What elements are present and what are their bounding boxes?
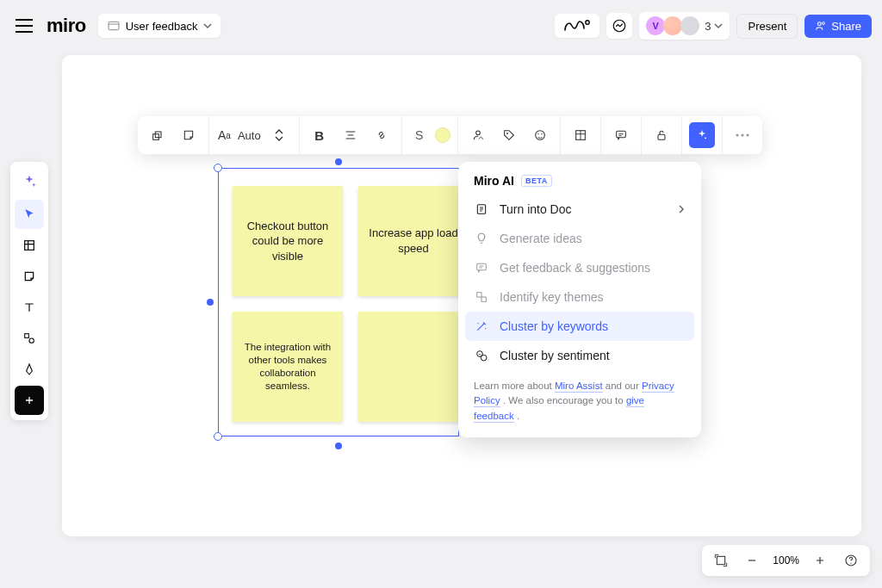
selection-handle[interactable] [335,443,342,449]
svg-rect-25 [481,297,486,301]
pen-icon [22,362,36,376]
ai-item-label: Cluster by sentiment [500,349,610,362]
sticky-note[interactable]: Increase app load speed [358,186,469,296]
emoji-button[interactable] [527,122,553,148]
assign-button[interactable] [465,122,491,148]
sticky-text: Checkout button could be more visible [241,219,334,264]
ai-item-cluster-keywords[interactable]: Cluster by keywords [465,312,694,341]
selection-handle[interactable] [214,164,222,172]
zoom-controls: 100% [702,545,870,576]
svg-point-19 [736,133,738,136]
ai-item-turn-into-doc[interactable]: Turn into Doc [458,195,701,224]
zoom-out-button[interactable] [742,550,762,571]
top-bar-left: miro User feedback [10,12,220,40]
font-button[interactable]: Aa [216,122,233,148]
sticky-note[interactable]: The integration with other tools makes c… [233,312,343,422]
board-title[interactable]: User feedback [98,14,220,38]
avatar-user2 [663,16,682,35]
board-icon [107,19,121,33]
svg-rect-17 [658,134,665,139]
pen-tool[interactable] [15,355,44,384]
svg-point-1 [586,21,589,24]
svg-point-20 [741,133,743,136]
sticky-text: Increase app load speed [367,226,460,256]
ai-item-get-feedback: Get feedback & suggestions [458,253,701,282]
sticky-note-icon [182,128,196,142]
beta-badge: BETA [521,175,552,187]
lock-button[interactable] [649,122,674,148]
themes-icon [474,290,489,304]
sticky-note[interactable]: Checkout button could be more visible [233,186,343,296]
ai-button[interactable] [689,122,715,148]
ai-footer: Learn more about Miro Assist and our Pri… [458,370,701,424]
stepper-icon [274,128,284,142]
svg-rect-9 [155,132,161,138]
fit-button[interactable] [711,550,731,571]
font-size-stepper[interactable] [266,122,292,148]
svg-point-27 [485,328,486,329]
share-button[interactable]: Share [804,15,872,38]
chevron-right-icon [677,205,686,214]
bold-button[interactable]: B [307,122,332,148]
shapes-icon [22,331,36,345]
templates-tool[interactable] [15,231,44,260]
stack-button[interactable] [145,122,171,148]
ai-item-generate-ideas: Generate ideas [458,224,701,253]
wand-icon [474,319,489,333]
sticky-tool[interactable] [15,262,44,291]
selection-handle[interactable] [335,158,342,165]
font-size-auto[interactable]: Auto [238,129,261,142]
collaborator-count: 3 [705,20,711,33]
svg-point-11 [506,133,508,134]
zoom-in-button[interactable] [810,550,830,571]
svg-point-32 [850,563,851,564]
comment-button[interactable] [608,122,634,148]
select-tool[interactable] [15,200,44,229]
sparkle-icon [22,174,37,189]
selection-handle[interactable] [214,432,222,441]
sticky-type-button[interactable] [176,122,202,148]
grid-icon [574,128,587,142]
zoom-level[interactable]: 100% [773,554,799,566]
svg-point-4 [823,22,825,25]
bulb-icon [474,232,489,245]
present-button[interactable]: Present [736,14,798,39]
timer-button[interactable] [606,13,632,39]
ai-item-label: Generate ideas [500,232,582,245]
svg-rect-6 [25,334,29,338]
board-title-text: User feedback [126,20,198,33]
doc-icon [474,202,489,216]
miro-assist-link[interactable]: Miro Assist [555,381,603,393]
menu-button[interactable] [10,12,38,40]
ai-item-cluster-sentiment[interactable]: Cluster by sentiment [458,341,701,370]
fit-icon [714,554,728,567]
selection-handle[interactable] [207,299,214,306]
svg-point-14 [541,133,542,134]
shapes-tool[interactable] [15,324,44,353]
ai-sparkle-button[interactable] [15,167,44,196]
svg-rect-24 [477,293,481,297]
chevron-down-icon [203,22,212,30]
layout-button[interactable] [568,122,593,148]
size-letter[interactable]: S [409,128,430,142]
svg-point-18 [705,137,706,139]
align-button[interactable] [338,122,363,148]
comment-icon [614,128,628,142]
sticky-note[interactable] [358,312,469,422]
minus-icon [746,554,758,566]
text-tool[interactable] [15,293,44,322]
plus-icon [814,554,826,566]
svg-point-3 [818,22,822,26]
svg-rect-0 [109,22,119,29]
help-button[interactable] [841,550,861,571]
ai-item-label: Get feedback & suggestions [500,261,650,275]
collaborators[interactable]: V 3 [639,12,730,40]
ai-title: Miro AI [474,174,514,188]
add-tool[interactable] [15,386,44,415]
more-button[interactable] [730,122,755,148]
color-picker[interactable] [435,127,450,143]
ai-popover-header: Miro AI BETA [458,174,701,195]
tag-button[interactable] [496,122,522,148]
reactions-button[interactable] [555,14,599,38]
link-button[interactable] [369,122,394,148]
